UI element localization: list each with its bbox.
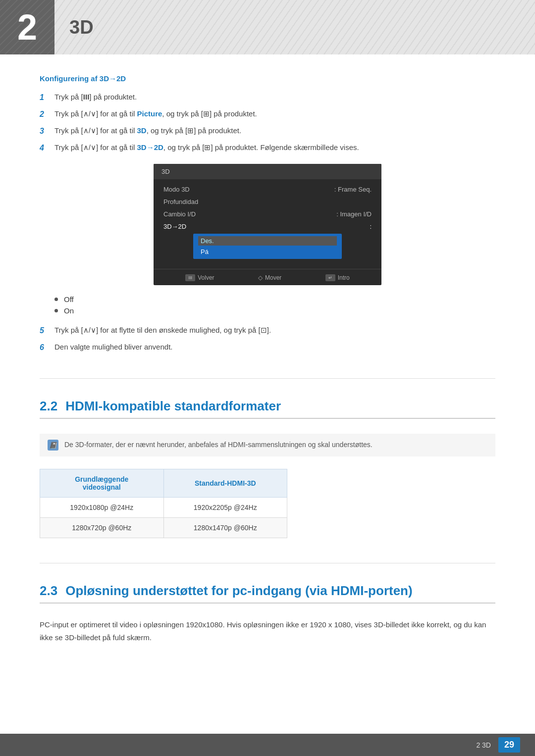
table-cell-2-1: 1280x720p @60Hz [40,518,164,538]
menu-title-bar: 3D [154,164,381,179]
step-text-3: Tryk på [∧/∨] for at gå til 3D, og tryk … [54,125,241,137]
section-divider-1 [40,378,495,379]
footer-volver: III Volver [185,274,214,281]
section3-number: 2.3 [40,583,57,599]
menu-footer: III Volver ◇ Mover ↵ Intro [154,269,381,285]
step-1: 1 Tryk på [III] på produktet. [40,92,495,103]
step-2: 2 Tryk på [∧/∨] for at gå til Picture, o… [40,108,495,120]
menu-screenshot: 3D Modo 3D : Frame Seq. Profundidad Camb… [154,164,381,285]
hdmi-table: Grundlæggendevideosignal Standard-HDMI-3… [40,469,287,538]
table-cell-1-2: 1920x2205p @24Hz [163,498,287,518]
chapter-title: 3D [54,0,94,54]
step-number-6: 6 [40,342,54,353]
steps-list: 1 Tryk på [III] på produktet. 2 Tryk på … [40,92,495,154]
footer-intro: ↵ Intro [325,274,350,281]
footer-page-number: 29 [498,737,520,753]
page-header: 2 3D [0,0,535,54]
chapter-number-box: 2 [0,0,54,54]
table-cell-2-2: 1280x1470p @60Hz [163,518,287,538]
step-text-6: Den valgte mulighed bliver anvendt. [54,342,172,353]
menu-row-3: Cambio I/D : Imagen I/D [154,208,381,220]
section3-header: 2.3 Opløsning understøttet for pc-indgan… [40,583,495,604]
note-text: De 3D-formater, der er nævnt herunder, a… [64,440,373,450]
section1-heading: Konfigurering af 3D→2D [40,74,495,83]
table-header-1: Grundlæggendevideosignal [40,469,164,498]
menu-value-4: : [370,223,372,230]
menu-dropdown: Des. Pá [193,234,342,259]
menu-label-3: Cambio I/D [163,210,196,218]
steps-list-cont: 5 Tryk på [∧/∨] for at flytte til den øn… [40,325,495,353]
bullet-text-off: Off [64,295,74,303]
main-content: Konfigurering af 3D→2D 1 Tryk på [III] p… [0,74,535,644]
volver-icon: III [185,274,195,281]
step-text-5: Tryk på [∧/∨] for at flytte til den ønsk… [54,325,271,336]
bullet-list: Off On [54,295,495,315]
bullet-dot-on [54,309,58,312]
mover-icon: ◇ [258,274,263,281]
table-header-2: Standard-HDMI-3D [163,469,287,498]
section2-title: HDMI-kompatible standardformater [65,399,281,414]
menu-row-2: Profundidad [154,196,381,208]
section2-header: 2.2 HDMI-kompatible standardformater [40,399,495,419]
chapter-number: 2 [17,9,37,45]
note-box: 📓 De 3D-formater, der er nævnt herunder,… [40,434,495,456]
footer-mover-label: Mover [265,274,281,281]
menu-row-1: Modo 3D : Frame Seq. [154,183,381,196]
step-number-2: 2 [40,108,54,120]
bullet-item-off: Off [54,295,495,303]
dropdown-item-des: Des. [198,236,337,246]
step-text-1: Tryk på [III] på produktet. [54,92,137,103]
menu-label-2: Profundidad [163,198,198,205]
menu-label-4: 3D→2D [163,223,186,230]
step-number-4: 4 [40,142,54,154]
table-header-row: Grundlæggendevideosignal Standard-HDMI-3… [40,469,287,498]
intro-icon: ↵ [325,274,335,281]
step-number-3: 3 [40,125,54,137]
menu-value-1: : Frame Seq. [334,186,372,193]
menu-label-1: Modo 3D [163,186,190,193]
step-number-5: 5 [40,325,54,337]
bullet-dot-off [54,298,58,301]
section2-number: 2.2 [40,399,57,414]
step-6: 6 Den valgte mulighed bliver anvendt. [40,342,495,353]
section-divider-2 [40,563,495,563]
section3-title: Opløsning understøttet for pc-indgang (v… [65,583,413,599]
page-footer: 2 3D 29 [0,734,535,756]
menu-row-4: 3D→2D : [154,220,381,233]
step-3: 3 Tryk på [∧/∨] for at gå til 3D, og try… [40,125,495,137]
step-number-1: 1 [40,92,54,103]
footer-section-label: 2 3D [476,741,491,749]
step-text-2: Tryk på [∧/∨] for at gå til Picture, og … [54,108,257,120]
table-row-2: 1280x720p @60Hz 1280x1470p @60Hz [40,518,287,538]
step-5: 5 Tryk på [∧/∨] for at flytte til den øn… [40,325,495,337]
table-cell-1-1: 1920x1080p @24Hz [40,498,164,518]
section3-body: PC-input er optimeret til video i opløsn… [40,618,495,644]
note-icon: 📓 [48,440,58,451]
bullet-text-on: On [64,306,74,315]
step-4: 4 Tryk på [∧/∨] for at gå til 3D→2D, og … [40,142,495,154]
table-row-1: 1920x1080p @24Hz 1920x2205p @24Hz [40,498,287,518]
dropdown-item-pa: Pá [198,247,337,256]
menu-value-3: : Imagen I/D [336,210,372,218]
footer-mover: ◇ Mover [258,274,281,281]
menu-body: Modo 3D : Frame Seq. Profundidad Cambio … [154,179,381,266]
bullet-item-on: On [54,306,495,315]
footer-volver-label: Volver [198,274,214,281]
step-text-4: Tryk på [∧/∨] for at gå til 3D→2D, og tr… [54,142,359,153]
footer-intro-label: Intro [338,274,350,281]
